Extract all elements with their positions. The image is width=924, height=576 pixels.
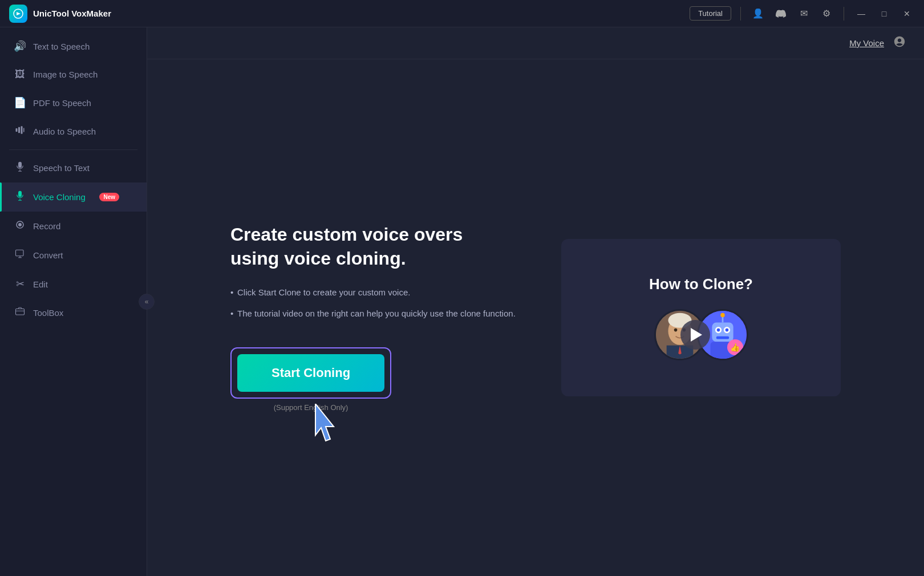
sidebar-label-edit: Edit bbox=[33, 279, 48, 289]
main-heading: Create custom voice overs using voice cl… bbox=[230, 223, 516, 270]
svg-point-20 bbox=[716, 328, 720, 331]
sidebar-label-pdf-to-speech: PDF to Speech bbox=[33, 98, 91, 108]
sidebar: 🔊 Text to Speech 🖼 Image to Speech 📄 PDF… bbox=[0, 27, 147, 576]
user-icon[interactable]: 👤 bbox=[750, 6, 766, 22]
tutorial-button[interactable]: Tutorial bbox=[690, 6, 731, 21]
app-title: UnicTool VoxMaker bbox=[33, 9, 111, 18]
image-to-speech-icon: 🖼 bbox=[14, 68, 26, 80]
record-icon bbox=[14, 220, 26, 233]
sidebar-item-voice-cloning[interactable]: Voice Cloning New bbox=[0, 182, 147, 212]
video-avatars: 👍 bbox=[654, 309, 748, 360]
discord-icon[interactable] bbox=[773, 6, 789, 22]
logo-icon bbox=[9, 5, 27, 23]
main-layout: 🔊 Text to Speech 🖼 Image to Speech 📄 PDF… bbox=[0, 27, 924, 576]
sidebar-item-toolbox[interactable]: ToolBox bbox=[0, 298, 147, 327]
edit-icon: ✂ bbox=[14, 278, 26, 290]
play-button[interactable] bbox=[680, 320, 710, 350]
svg-rect-4 bbox=[23, 128, 25, 132]
minimize-button[interactable]: — bbox=[853, 6, 869, 22]
right-panel: How to Clone? bbox=[561, 239, 841, 396]
sidebar-label-image-to-speech: Image to Speech bbox=[33, 70, 98, 79]
sidebar-label-voice-cloning: Voice Cloning bbox=[33, 192, 86, 202]
sidebar-item-pdf-to-speech[interactable]: 📄 PDF to Speech bbox=[0, 88, 147, 117]
feature-item-2: The tutorial video on the right can help… bbox=[230, 307, 516, 321]
svg-rect-3 bbox=[21, 126, 23, 134]
content-main: Create custom voice overs using voice cl… bbox=[147, 59, 924, 576]
sidebar-label-record: Record bbox=[33, 221, 60, 231]
titlebar: UnicTool VoxMaker Tutorial 👤 ✉ ⚙ — □ ✕ bbox=[0, 0, 924, 27]
close-button[interactable]: ✕ bbox=[899, 6, 915, 22]
video-thumbnail[interactable]: How to Clone? bbox=[561, 239, 841, 396]
svg-marker-9 bbox=[315, 404, 334, 441]
titlebar-actions: Tutorial 👤 ✉ ⚙ — □ ✕ bbox=[690, 6, 915, 22]
content-area: My Voice Create custom voice overs using… bbox=[147, 27, 924, 576]
svg-rect-7 bbox=[16, 250, 24, 256]
cursor-arrow bbox=[310, 404, 344, 452]
start-clone-border: Start Cloning bbox=[230, 347, 391, 399]
sidebar-item-convert[interactable]: Convert bbox=[0, 241, 147, 270]
sidebar-label-toolbox: ToolBox bbox=[33, 308, 63, 318]
my-voice-button[interactable]: My Voice bbox=[849, 38, 884, 48]
voice-settings-icon[interactable] bbox=[893, 35, 906, 51]
left-panel: Create custom voice overs using voice cl… bbox=[230, 223, 516, 412]
sidebar-item-image-to-speech[interactable]: 🖼 Image to Speech bbox=[0, 60, 147, 88]
maximize-button[interactable]: □ bbox=[876, 6, 892, 22]
feature-item-1: Click Start Clone to create your custom … bbox=[230, 286, 516, 299]
audio-to-speech-icon bbox=[14, 125, 26, 138]
svg-rect-1 bbox=[16, 128, 18, 132]
new-badge: New bbox=[99, 193, 119, 201]
sidebar-collapse-button[interactable]: « bbox=[139, 294, 155, 310]
sidebar-item-audio-to-speech[interactable]: Audio to Speech bbox=[0, 117, 147, 146]
sidebar-item-speech-to-text[interactable]: Speech to Text bbox=[0, 153, 147, 182]
sidebar-divider-1 bbox=[9, 149, 137, 150]
sidebar-label-convert: Convert bbox=[33, 250, 63, 260]
sidebar-label-text-to-speech: Text to Speech bbox=[33, 42, 90, 51]
sidebar-item-edit[interactable]: ✂ Edit bbox=[0, 270, 147, 298]
settings-icon[interactable]: ⚙ bbox=[818, 6, 834, 22]
pdf-to-speech-icon: 📄 bbox=[14, 96, 26, 109]
app-logo: UnicTool VoxMaker bbox=[9, 5, 111, 23]
voice-cloning-icon bbox=[14, 190, 26, 204]
thumbs-up-badge: 👍 bbox=[727, 339, 743, 355]
sidebar-label-speech-to-text: Speech to Text bbox=[33, 163, 90, 173]
text-to-speech-icon: 🔊 bbox=[14, 40, 26, 52]
speech-to-text-icon bbox=[14, 161, 26, 175]
sidebar-item-record[interactable]: Record bbox=[0, 212, 147, 241]
start-clone-container: Start Cloning (Support English Only) bbox=[230, 347, 391, 412]
convert-icon bbox=[14, 249, 26, 262]
sidebar-item-text-to-speech[interactable]: 🔊 Text to Speech bbox=[0, 32, 147, 60]
mail-icon[interactable]: ✉ bbox=[796, 6, 812, 22]
start-cloning-button[interactable]: Start Cloning bbox=[237, 354, 384, 392]
svg-rect-2 bbox=[18, 127, 20, 133]
sidebar-label-audio-to-speech: Audio to Speech bbox=[33, 127, 96, 136]
svg-point-21 bbox=[725, 328, 728, 331]
svg-rect-8 bbox=[16, 309, 25, 315]
svg-point-13 bbox=[674, 328, 677, 331]
play-triangle-icon bbox=[691, 328, 702, 342]
svg-point-6 bbox=[18, 223, 22, 226]
video-title: How to Clone? bbox=[649, 275, 753, 293]
svg-point-24 bbox=[720, 313, 724, 317]
toolbox-icon bbox=[14, 306, 26, 319]
svg-rect-22 bbox=[716, 336, 728, 339]
feature-list: Click Start Clone to create your custom … bbox=[230, 286, 516, 320]
content-topbar: My Voice bbox=[147, 27, 924, 59]
